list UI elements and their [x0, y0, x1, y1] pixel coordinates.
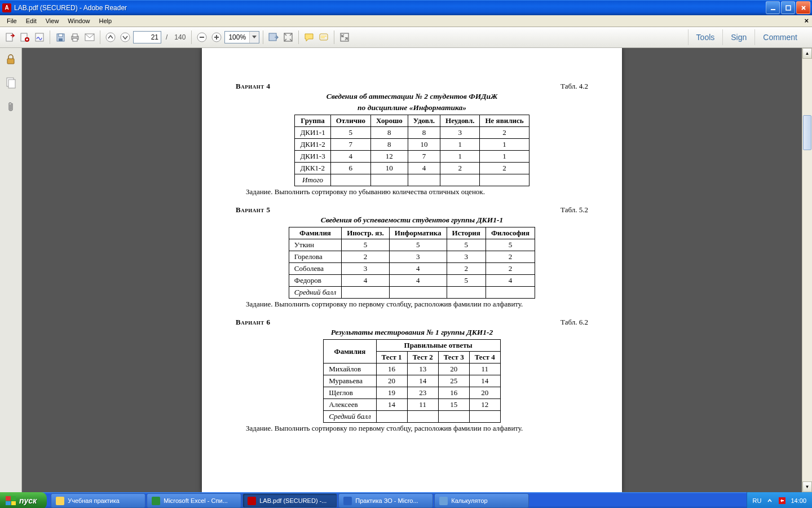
taskbar-item-label: Учебная практика — [68, 497, 120, 504]
svg-rect-23 — [321, 36, 326, 37]
export-pdf-icon[interactable] — [3, 30, 17, 44]
table-cell: 5 — [330, 127, 370, 139]
table-cell: Алексеев — [324, 399, 376, 411]
pdf-page: Вариант 4 Табл. 4.2 Сведения об аттестац… — [202, 48, 622, 492]
table-cell: 2 — [480, 127, 529, 139]
zoom-value: 100% — [225, 33, 249, 41]
table-header: Фамилия — [324, 340, 376, 364]
table-header: Тест 2 — [407, 352, 438, 364]
tray-kaspersky-icon[interactable] — [778, 497, 786, 505]
table-cell: 5 — [389, 239, 447, 251]
document-viewport[interactable]: Вариант 4 Табл. 4.2 Сведения об аттестац… — [22, 48, 802, 492]
zoom-out-icon[interactable] — [195, 30, 209, 44]
table-cell: 20 — [469, 387, 500, 399]
window-minimize-button[interactable] — [766, 1, 780, 14]
table-cell: 20 — [438, 364, 469, 375]
page-separator: / — [166, 33, 167, 41]
table-cell: 2 — [342, 251, 390, 263]
svg-rect-1 — [786, 6, 791, 10]
taskbar-item[interactable]: Учебная практика — [51, 493, 145, 508]
menu-help[interactable]: Help — [94, 16, 116, 25]
table-cell: 19 — [376, 387, 407, 399]
window-close-button[interactable] — [796, 1, 810, 14]
svg-point-13 — [106, 33, 115, 42]
taskbar-item-active[interactable]: LAB.pdf (SECURED) -... — [242, 493, 337, 508]
variant5-title: Сведения об успеваемости студентов групп… — [236, 216, 588, 225]
window-titlebar: A LAB.pdf (SECURED) - Adobe Reader — [0, 0, 812, 15]
table-cell: Уткин — [289, 239, 341, 251]
taskbar-item-label: Практика ЗО - Micro... — [355, 497, 418, 504]
table-header: Тест 3 — [438, 352, 469, 364]
table-cell: 5 — [486, 239, 535, 251]
table-header: Правильные ответы — [376, 340, 500, 352]
clock[interactable]: 14:00 — [791, 497, 806, 504]
navigation-pane — [0, 48, 22, 492]
page-number-input[interactable] — [133, 31, 161, 43]
highlight-icon[interactable] — [317, 30, 330, 44]
scroll-thumb[interactable] — [803, 115, 811, 150]
table-cell: 7 — [408, 151, 440, 163]
table-cell: 5 — [447, 239, 486, 251]
table-cell: 8 — [370, 127, 408, 139]
svg-rect-5 — [36, 33, 43, 41]
menu-file[interactable]: File — [2, 16, 21, 25]
variant6-table: Фамилия Правильные ответы Тест 1 Тест 2 … — [323, 339, 500, 423]
fit-window-icon[interactable] — [281, 30, 295, 44]
vertical-scrollbar[interactable]: ▲ ▼ — [802, 48, 812, 492]
comment-icon[interactable] — [302, 30, 316, 44]
save-icon[interactable] — [54, 30, 67, 44]
table-cell: Муравьева — [324, 375, 376, 387]
print-icon[interactable] — [68, 30, 82, 44]
table-header: Философия — [486, 227, 535, 239]
comment-link[interactable]: Comment — [754, 29, 805, 45]
table-header: Информатика — [389, 227, 447, 239]
table-cell: 8 — [408, 127, 440, 139]
tray-expand-icon[interactable] — [766, 497, 774, 505]
taskbar-item[interactable]: Microsoft Excel - Спи... — [147, 493, 241, 508]
table-footer: Средний балл — [324, 411, 376, 423]
page-up-icon[interactable] — [104, 30, 117, 44]
table-cell: 13 — [407, 364, 438, 375]
svg-rect-24 — [321, 37, 325, 38]
table-cell: ДКК1-2 — [295, 163, 330, 174]
zoom-select[interactable]: 100% — [224, 31, 259, 43]
menu-edit[interactable]: Edit — [21, 16, 41, 25]
menu-window[interactable]: Window — [63, 16, 94, 25]
window-title: LAB.pdf (SECURED) - Adobe Reader — [14, 4, 127, 12]
table-cell: 6 — [330, 163, 370, 174]
table-cell: Федоров — [289, 275, 341, 287]
snapshot-icon[interactable] — [267, 30, 280, 44]
language-indicator[interactable]: RU — [753, 497, 762, 504]
start-button[interactable]: пуск — [0, 492, 47, 508]
document-close-button[interactable]: × — [804, 16, 809, 25]
svg-rect-28 — [8, 80, 15, 88]
lock-icon[interactable] — [5, 54, 16, 65]
read-mode-icon[interactable] — [338, 30, 351, 44]
email-icon[interactable] — [83, 30, 96, 44]
variant6-task: Задание. Выполнить сортировку по первому… — [236, 424, 588, 433]
table-header: Иностр. яз. — [342, 227, 390, 239]
table-cell: ДКИ1-1 — [295, 127, 330, 139]
thumbnails-icon[interactable] — [5, 77, 16, 89]
menu-view[interactable]: View — [41, 16, 64, 25]
sign-icon[interactable] — [33, 30, 46, 44]
scroll-up-icon[interactable]: ▲ — [802, 48, 812, 59]
attachments-icon[interactable] — [5, 101, 16, 112]
table-cell: Михайлов — [324, 364, 376, 375]
table-cell: 4 — [486, 275, 535, 287]
taskbar-item[interactable]: Практика ЗО - Micro... — [338, 493, 433, 508]
variant4-label: Вариант 4 — [236, 82, 270, 90]
table-cell: ДКИ1-2 — [295, 139, 330, 151]
scroll-down-icon[interactable]: ▼ — [802, 481, 812, 492]
taskbar-item[interactable]: Калькулятор — [434, 493, 529, 508]
table-header: Тест 1 — [376, 352, 407, 364]
tools-link[interactable]: Tools — [688, 29, 723, 45]
scroll-track[interactable] — [802, 59, 812, 481]
create-pdf-icon[interactable] — [18, 30, 32, 44]
page-down-icon[interactable] — [118, 30, 132, 44]
table-cell: 16 — [438, 387, 469, 399]
chevron-down-icon[interactable] — [249, 32, 259, 43]
zoom-in-icon[interactable] — [210, 30, 223, 44]
sign-link[interactable]: Sign — [722, 29, 754, 45]
window-maximize-button[interactable] — [781, 1, 795, 14]
